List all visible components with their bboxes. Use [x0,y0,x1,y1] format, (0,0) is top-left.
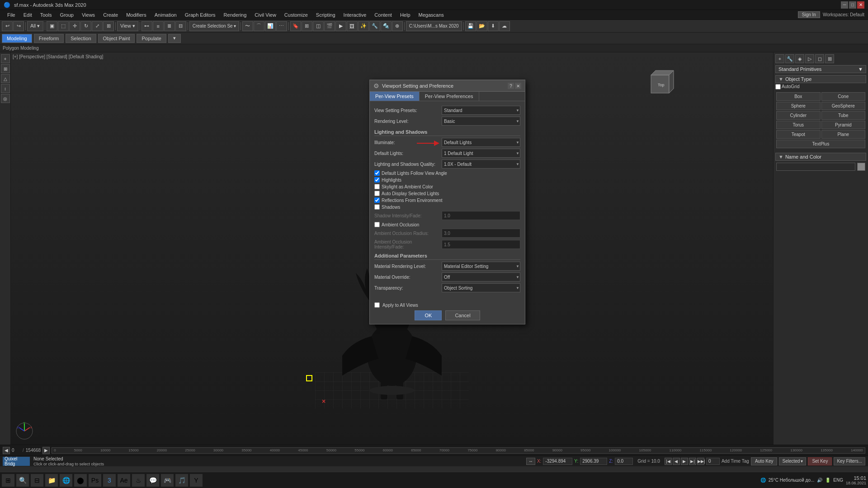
illuminate-select[interactable]: Default Lights Scene Lights Off [442,138,520,147]
edge-btn[interactable]: 🌐 [60,474,72,487]
move-btn[interactable]: ✛ [69,21,80,31]
z-coord[interactable] [615,458,633,465]
panel-modify-btn[interactable]: 🔧 [785,54,794,63]
maximize-btn[interactable]: □ [849,1,856,9]
obj-tube-btn[interactable]: Tube [821,111,866,120]
file-explorer-btn[interactable]: 📁 [45,474,58,487]
bend-btn[interactable]: ⌒ [254,21,264,31]
obj-geosphere-btn[interactable]: GeoSphere [821,102,866,110]
align-btn[interactable]: ≡ [153,21,164,31]
select-mode-dropdown[interactable]: All ▾ [27,21,43,31]
cancel-btn[interactable]: Cancel [445,310,480,320]
undo-btn[interactable]: ↩ [2,21,13,31]
spotify-btn[interactable]: 🎵 [175,474,188,487]
timeline-back-btn[interactable]: ◀ [3,447,10,454]
menu-group[interactable]: Group [56,11,77,19]
checkbox-skylight-input[interactable] [374,184,380,189]
cloud-btn[interactable]: ☁ [499,21,510,31]
tools4-btn[interactable]: ⊕ [392,21,403,31]
default-lights-select[interactable]: 1 Default Light 2 Default Lights [442,149,520,158]
timeline-track[interactable]: 0 5000 10000 15000 20000 25000 30000 350… [52,447,865,454]
menu-content[interactable]: Content [371,11,396,19]
menu-interactive[interactable]: Interactive [340,11,370,19]
discord-btn[interactable]: 💬 [146,474,159,487]
close-btn[interactable]: ✕ [857,1,864,9]
render-setup-btn[interactable]: 🎬 [324,21,335,31]
prev-frame-btn[interactable]: ◀ [673,458,680,465]
save-btn[interactable]: 💾 [465,21,476,31]
display-btn[interactable]: ◫ [313,21,324,31]
select-filter-btn[interactable]: ⊞ [103,21,114,31]
tab-per-view-presets[interactable]: Per-View Presets [370,92,420,101]
curve-btn[interactable]: 〜 [242,21,253,31]
checkbox-reflections-input[interactable] [374,197,380,203]
obj-textplus-btn[interactable]: TextPlus [776,140,865,148]
tab-per-view-preferences[interactable]: Per-View Preferences [420,92,479,101]
view-cube[interactable]: Top [642,66,678,102]
steam2-btn[interactable]: 🎮 [161,474,174,487]
env-effects-btn[interactable]: ✨ [358,21,369,31]
menu-megascans[interactable]: Megascans [415,11,448,19]
select-obj-btn[interactable]: ▣ [47,21,57,31]
afterfx-btn[interactable]: Ae [118,474,130,487]
graph-btn[interactable]: 📊 [265,21,276,31]
view-presets-select[interactable]: Standard Custom [442,106,520,115]
chrome-btn[interactable]: ⬤ [74,474,87,487]
checkbox-highlights-input[interactable] [374,177,380,183]
tab-modeling[interactable]: Modeling [2,34,32,43]
tab-more[interactable]: ▾ [168,34,181,43]
obj-plane-btn[interactable]: Plane [821,130,866,139]
last-frame-btn[interactable]: ▶▶| [697,458,704,465]
search-btn[interactable]: 🔍 [16,474,29,487]
panel-display-btn[interactable]: ◻ [815,54,824,63]
dialog-help-btn[interactable]: ? [508,83,514,89]
material-override-select[interactable]: Off On [442,272,520,282]
rendering-level-select[interactable]: Basic Standard High Quality [442,117,520,126]
mirror-btn[interactable]: ⊷ [142,21,152,31]
select-region-btn[interactable]: ⬚ [58,21,69,31]
menu-civil-view[interactable]: Civil View [251,11,279,19]
toggle-btn[interactable]: ⊟ [175,21,186,31]
checkbox-ambient-input[interactable] [374,222,380,227]
tab-object-paint[interactable]: Object Paint [98,34,135,43]
create-selection-btn[interactable]: Create Selection Se▾ [189,21,239,31]
tools2-btn[interactable]: 🔧 [369,21,380,31]
panel-utilities-btn[interactable]: ⊞ [825,54,834,63]
render-frame-btn[interactable]: 🖼 [347,21,358,31]
dialog-close-btn[interactable]: ✕ [515,83,521,89]
menu-views[interactable]: Views [78,11,99,19]
menu-create[interactable]: Create [99,11,122,19]
obj-pyramid-btn[interactable]: Pyramid [821,121,866,129]
ok-btn[interactable]: OK [415,310,442,320]
left-tool-5[interactable]: ◎ [1,94,10,103]
transparency-select[interactable]: Object Sorting None Simple Best [442,283,520,292]
menu-graph-editors[interactable]: Graph Editors [181,11,219,19]
rotate-btn[interactable]: ↻ [80,21,91,31]
redo-btn[interactable]: ↪ [13,21,24,31]
obj-teapot-btn[interactable]: Teapot [776,130,821,139]
3ds-btn[interactable]: 3 [103,474,116,487]
frame-number-input[interactable] [706,458,720,465]
left-tool-1[interactable]: + [1,54,10,63]
more-tools-btn[interactable]: ⋯ [276,21,287,31]
panel-motion-btn[interactable]: ▷ [805,54,814,63]
menu-rendering[interactable]: Rendering [220,11,250,19]
menu-animation[interactable]: Animation [151,11,180,19]
menu-customize[interactable]: Customize [281,11,311,19]
selected-dropdown[interactable]: Selected ▾ [779,457,806,465]
x-coord[interactable] [543,458,572,465]
named-sel-btn[interactable]: 🔖 [290,21,301,31]
set-key-btn[interactable]: Set Key [808,457,832,465]
left-tool-2[interactable]: ⊞ [1,64,10,73]
menu-edit[interactable]: Edit [20,11,36,19]
obj-sphere-btn[interactable]: Sphere [776,102,821,110]
obj-torus-btn[interactable]: Torus [776,121,821,129]
left-tool-4[interactable]: ↕ [1,84,10,93]
scale-btn[interactable]: ⤢ [92,21,103,31]
checkbox-shadows-input[interactable] [374,204,380,210]
menu-tools[interactable]: Tools [37,11,56,19]
left-tool-3[interactable]: △ [1,74,10,83]
color-swatch[interactable] [857,163,865,171]
minimize-btn[interactable]: ─ [841,1,848,9]
menu-modifiers[interactable]: Modifiers [123,11,150,19]
